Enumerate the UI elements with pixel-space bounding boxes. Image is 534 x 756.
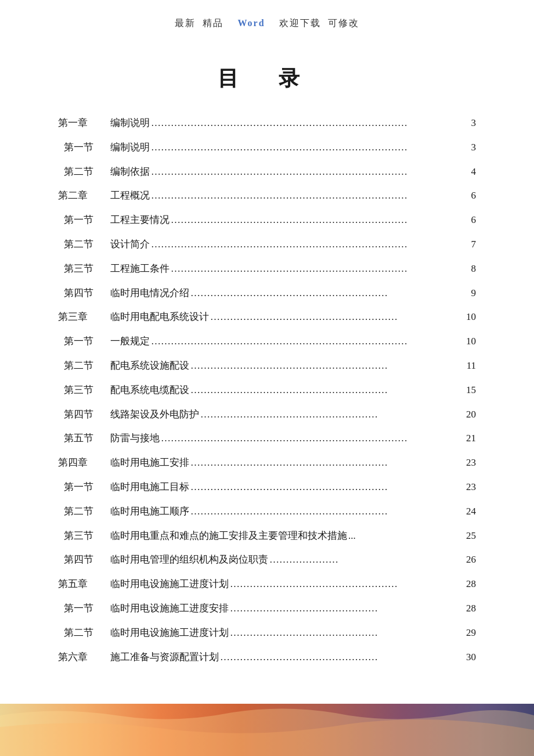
toc-page: 9 (471, 286, 477, 300)
toc-row-10: 第二节 配电系统设施配设 …………………………………………………… 11 (58, 359, 476, 373)
toc-page: 23 (466, 480, 476, 494)
toc-dots: …………………………………………… (230, 577, 465, 591)
word-label: Word (237, 18, 265, 28)
toc-title: 临时用电施工顺序 (110, 505, 189, 519)
toc-page: 21 (466, 431, 476, 445)
toc-dots: ………………… (269, 553, 465, 567)
toc-page: 25 (466, 529, 476, 543)
toc-title: 临时用电配电系统设计 (110, 310, 209, 324)
toc-row-9: 第一节 一般规定 …………………………………………………………………… 10 (58, 334, 476, 348)
toc-row-1: 第一节 编制说明 …………………………………………………………………… 3 (58, 141, 476, 154)
toc-title: 编制说明 (110, 141, 150, 154)
toc-dots: …………………………………………………………………… (151, 189, 470, 203)
toc-row-4: 第一节 工程主要情况 ……………………………………………………………… 6 (58, 213, 476, 227)
toc-label: 第二节 (58, 505, 110, 519)
toc-label: 第五节 (58, 431, 110, 445)
toc-dots: ………………………………………………… (210, 310, 465, 324)
toc-dots: ……………………………………… (230, 626, 465, 640)
toc-page: 11 (467, 359, 476, 373)
toc-title: 设计简介 (110, 237, 150, 251)
toc-label: 第五章 (58, 577, 110, 591)
toc-row-0: 第一章 编制说明 …………………………………………………………………… 3 (58, 116, 476, 130)
toc-label: 第四节 (58, 553, 110, 567)
toc-title: 防雷与接地 (110, 431, 160, 445)
toc-dots: ……………………………………………………………… (171, 262, 470, 276)
toc-row-13: 第五节 防雷与接地 ………………………………………………………………… 21 (58, 431, 476, 445)
svg-rect-0 (0, 704, 534, 756)
toc-page: 10 (466, 310, 476, 324)
toc-title: 工程主要情况 (110, 213, 169, 227)
toc-dots: ……………………………………………… (200, 408, 465, 422)
toc-label: 第四节 (58, 408, 110, 422)
toc-row-7: 第四节 临时用电情况介绍 …………………………………………………… 9 (58, 286, 476, 300)
toc-dots: …………………………………………………………………… (151, 237, 470, 251)
toc-dots: ………………………………………… (220, 650, 465, 664)
toc-title: 工程施工条件 (110, 262, 169, 276)
toc-page: 26 (466, 553, 476, 567)
toc-title: 工程概况 (110, 189, 150, 203)
toc-row-5: 第二节 设计简介 …………………………………………………………………… 7 (58, 237, 476, 251)
toc-title: 编制说明 (110, 116, 150, 130)
toc-label: 第二章 (58, 189, 110, 203)
toc-row-22: 第六章 施工准备与资源配置计划 ………………………………………… 30 (58, 650, 476, 664)
toc-page: 3 (471, 116, 477, 130)
toc-label: 第二节 (58, 626, 110, 640)
toc-row-14: 第四章 临时用电施工安排 …………………………………………………… 23 (58, 456, 476, 470)
toc-page: 24 (466, 505, 476, 519)
toc-row-2: 第二节 编制依据 …………………………………………………………………… 4 (58, 165, 476, 179)
toc-label: 第三节 (58, 383, 110, 397)
toc-label: 第一节 (58, 213, 110, 227)
toc-page: 20 (466, 408, 476, 422)
toc-dots: …………………………………………………… (190, 456, 465, 470)
toc-title: 临时用电设施施工进度计划 (110, 577, 229, 591)
toc-label: 第一章 (58, 116, 110, 130)
toc-dots: …………………………………………………… (190, 480, 465, 494)
toc-page: 29 (466, 626, 476, 640)
toc-row-6: 第三节 工程施工条件 ……………………………………………………………… 8 (58, 262, 476, 276)
toc-label: 第一节 (58, 480, 110, 494)
toc-row-11: 第三节 配电系统电缆配设 …………………………………………………… 15 (58, 383, 476, 397)
toc-page: 4 (471, 165, 477, 179)
toc-page: 7 (471, 237, 477, 251)
toc-label: 第一节 (58, 602, 110, 615)
toc-dots: …………………………………………………… (190, 505, 465, 519)
toc-label: 第一节 (58, 141, 110, 154)
toc-title: 临时用电重点和难点的施工安排及主要管理和技术措施 (110, 529, 347, 543)
page-title: 目 录 (46, 64, 488, 93)
toc-title: 临时用电施工目标 (110, 480, 189, 494)
toc-page: 10 (466, 334, 476, 348)
header-text: 最新 精品 Word 欢迎下载 可修改 (175, 18, 359, 28)
toc-page: 30 (466, 650, 476, 664)
toc-label: 第三节 (58, 262, 110, 276)
toc-dots: …………………………………………………… (190, 383, 465, 397)
toc-row-20: 第一节 临时用电设施施工进度安排 ……………………………………… 28 (58, 602, 476, 615)
toc-label: 第四节 (58, 286, 110, 300)
toc-page: 23 (466, 456, 476, 470)
toc-dots: …………………………………………………………………… (151, 116, 470, 130)
toc-page: 15 (466, 383, 476, 397)
toc-dots: …………………………………………………… (190, 359, 466, 373)
toc-label: 第二节 (58, 237, 110, 251)
toc-title: 线路架设及外电防护 (110, 408, 199, 422)
toc-label: 第三章 (58, 310, 110, 324)
toc-container: 第一章 编制说明 …………………………………………………………………… 3 第一… (46, 116, 488, 664)
toc-title: 临时用电情况介绍 (110, 286, 189, 300)
toc-page: 8 (471, 262, 477, 276)
toc-label: 第二节 (58, 359, 110, 373)
page: 最新 精品 Word 欢迎下载 可修改 目 录 第一章 编制说明 …………………… (0, 0, 534, 756)
toc-row-18: 第四节 临时用电管理的组织机构及岗位职责 ………………… 26 (58, 553, 476, 567)
toc-title: 编制依据 (110, 165, 150, 179)
toc-page: 3 (471, 141, 477, 154)
toc-dots: …………………………………………………………………… (151, 165, 470, 179)
toc-label: 第二节 (58, 165, 110, 179)
toc-dots: …………………………………………………… (190, 286, 470, 300)
toc-title: 临时用电施工安排 (110, 456, 189, 470)
toc-dots: ……………………………………………………………… (171, 213, 470, 227)
toc-dots: …………………………………………………………………… (151, 334, 465, 348)
toc-row-19: 第五章 临时用电设施施工进度计划 …………………………………………… 28 (58, 577, 476, 591)
toc-dots: ………………………………………………………………… (161, 431, 465, 445)
top-header: 最新 精品 Word 欢迎下载 可修改 (46, 0, 488, 41)
toc-title: 配电系统电缆配设 (110, 383, 189, 397)
toc-row-17: 第三节 临时用电重点和难点的施工安排及主要管理和技术措施 ... 25 (58, 529, 476, 543)
toc-label: 第一节 (58, 334, 110, 348)
